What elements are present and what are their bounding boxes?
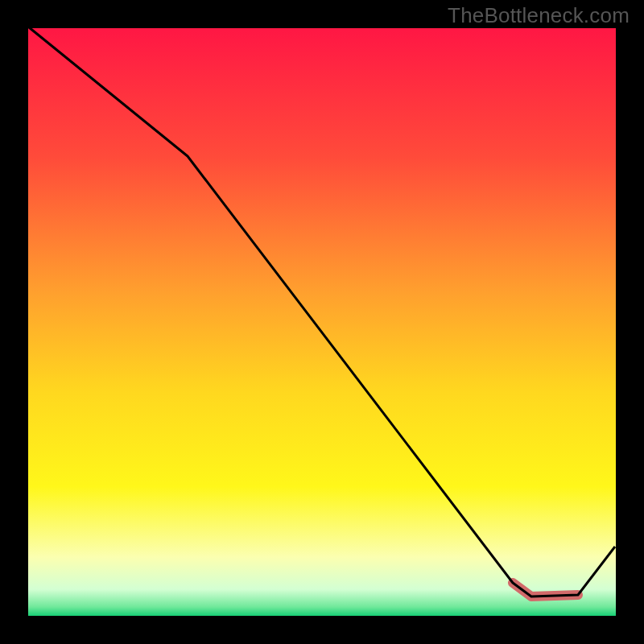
- chart-svg: [0, 0, 644, 644]
- chart-frame: TheBottleneck.com: [0, 0, 644, 644]
- plot-background: [28, 28, 616, 616]
